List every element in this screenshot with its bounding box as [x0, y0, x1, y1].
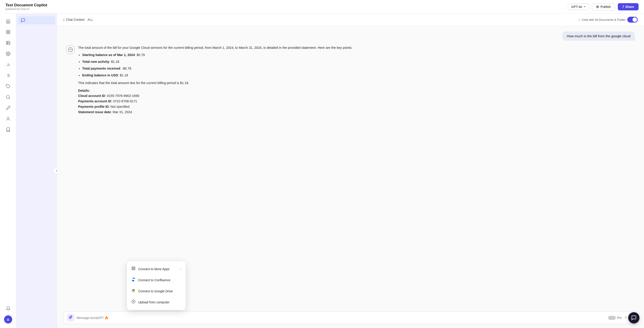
svg-point-8: [8, 53, 8, 55]
user-message: How much is the bill from the google clo…: [562, 32, 635, 41]
sidebar-tag-button[interactable]: [3, 81, 13, 91]
sidebar-search-button[interactable]: [3, 92, 13, 102]
svg-marker-32: [624, 315, 627, 319]
ai-detail-4: Statement issue date: Mar 31, 2024: [78, 110, 352, 115]
ai-bullet-4: Ending balance in USD: $1.18: [82, 73, 352, 78]
user-avatar[interactable]: A: [4, 315, 12, 323]
ai-bubble: The total amount of the bill for your Go…: [78, 45, 352, 115]
ai-conclusion-text: This indicates that the total amount due…: [78, 80, 352, 86]
connect-confluence-item[interactable]: Connect to Confluence: [127, 274, 186, 285]
pro-toggle-section: Pro: [608, 316, 622, 320]
svg-point-22: [68, 48, 72, 52]
chat-context-info-icon: ℹ: [63, 18, 64, 22]
sidebar-chart-button[interactable]: [3, 60, 13, 70]
publish-grid-icon: ⊞: [596, 5, 599, 9]
svg-point-21: [7, 117, 9, 119]
chat-toggle-switch[interactable]: [627, 17, 638, 23]
share-button[interactable]: ⤴ Share: [618, 3, 638, 11]
sidebar-bottom: A: [3, 303, 13, 325]
sidebar-bell-button[interactable]: [3, 303, 13, 313]
support-chat-button[interactable]: [628, 312, 640, 323]
gpt-dropdown-arrow-icon: ▼: [584, 6, 586, 8]
chat-context-label: Chat Context :: [66, 18, 86, 22]
sidebar-grid-button[interactable]: [3, 27, 13, 37]
connect-more-apps-item[interactable]: Connect to More Apps ›: [127, 263, 186, 274]
svg-line-20: [9, 98, 10, 99]
ai-bullet-1: Starting balance as of Mar 1, 2024: $0.7…: [82, 52, 352, 58]
upload-computer-icon: [132, 299, 136, 305]
sidebar-rocket-button[interactable]: [3, 103, 13, 113]
connect-more-apps-arrow-icon: ›: [180, 267, 181, 271]
chat-area: ℹ Chat Context : ALL ℹ Chat with All Doc…: [57, 14, 644, 328]
ai-detail-1: Cloud account ID: 0155-7976-8902-1690: [78, 93, 352, 99]
message-input[interactable]: [76, 316, 606, 320]
chat-toggle-label: Chat with All Documents & Folder: [582, 18, 626, 22]
chat-toggle-info-icon: ℹ: [579, 18, 580, 22]
topbar-actions: GPT-4o ▼ ⊞ Publish ⤴ Share: [568, 3, 638, 11]
svg-rect-2: [6, 33, 8, 34]
chat-input-box: Pro: [63, 311, 638, 324]
pro-label: Pro: [617, 316, 622, 319]
svg-rect-0: [6, 31, 8, 32]
ai-bullet-2: Total new activity: $1.18: [82, 59, 352, 65]
attach-icon[interactable]: [67, 314, 74, 321]
sidebar-list-button[interactable]: [3, 71, 13, 80]
topbar: Test Docuemnt Copilot powered by Azna AI…: [0, 0, 644, 14]
sidebar-book-button[interactable]: [3, 125, 13, 135]
chat-context-section: ℹ Chat Context : ALL: [63, 18, 93, 22]
svg-rect-4: [6, 41, 10, 45]
lightning-icon[interactable]: [624, 315, 628, 320]
connect-dropdown-menu: Connect to More Apps › Connect to Conflu…: [127, 261, 186, 310]
sidebar-table-button[interactable]: [3, 38, 13, 48]
ai-detail-3: Payments profile ID: Not specified: [78, 104, 352, 110]
ai-bullet-list: Starting balance as of Mar 1, 2024: $0.7…: [78, 52, 352, 78]
sidebar-home-button[interactable]: [3, 16, 13, 26]
sidebar-user-button[interactable]: [3, 114, 13, 124]
confluence-icon: [132, 277, 136, 283]
second-sidebar: [16, 14, 57, 328]
connect-google-drive-item[interactable]: Connect to Google Drive: [127, 285, 186, 296]
chat-toggle-row: ℹ Chat with All Documents & Folder: [579, 17, 638, 23]
upload-computer-item[interactable]: Upload from computer: [127, 296, 186, 308]
svg-rect-27: [132, 269, 133, 270]
connect-more-apps-icon: [132, 266, 136, 271]
svg-rect-25: [132, 267, 133, 268]
pro-toggle-switch[interactable]: [608, 316, 616, 320]
ai-intro-text: The total amount of the bill for your Go…: [78, 45, 352, 51]
chat-input-area: Pro: [57, 308, 644, 328]
svg-rect-26: [134, 267, 135, 268]
connect-more-apps-label: Connect to More Apps: [138, 267, 170, 271]
connect-google-drive-label: Connect to Google Drive: [138, 289, 173, 293]
publish-button[interactable]: ⊞ Publish: [592, 3, 615, 11]
svg-point-19: [6, 96, 9, 99]
sidebar-collapse-button[interactable]: [54, 168, 60, 174]
share-label: Share: [625, 5, 634, 9]
chat-context-value: ALL: [88, 18, 93, 22]
share-icon: ⤴: [622, 5, 624, 9]
ai-detail-2: Payments account ID: 0722-6708-9171: [78, 99, 352, 104]
sidebar-settings-button[interactable]: [3, 49, 13, 59]
svg-rect-28: [134, 269, 135, 270]
google-drive-icon: [132, 288, 136, 294]
app-title-section: Test Docuemnt Copilot powered by Azna AI: [6, 3, 47, 11]
svg-rect-1: [8, 31, 10, 32]
ai-details-header: Details:: [78, 88, 352, 94]
sidebar2-chat-item[interactable]: [18, 16, 55, 25]
ai-bullet-3: Total payments received: -$0.78: [82, 66, 352, 71]
app-subtitle: powered by Azna AI: [6, 8, 47, 11]
connect-confluence-label: Connect to Confluence: [138, 278, 170, 282]
app-title: Test Docuemnt Copilot: [6, 3, 47, 8]
gpt-selector-button[interactable]: GPT-4o ▼: [568, 4, 589, 10]
publish-label: Publish: [600, 5, 611, 9]
user-message-text: How much is the bill from the google clo…: [567, 34, 630, 38]
gpt-selector-label: GPT-4o: [571, 5, 582, 9]
upload-computer-label: Upload from computer: [138, 300, 170, 304]
icon-sidebar: A: [0, 14, 16, 328]
svg-rect-3: [8, 33, 10, 34]
ai-message: The total amount of the bill for your Go…: [66, 45, 352, 115]
ai-avatar: [66, 45, 75, 54]
main-layout: A ℹ Chat Context : ALL ℹ Chat with All D…: [0, 14, 644, 328]
chat-header: ℹ Chat Context : ALL ℹ Chat with All Doc…: [57, 14, 644, 26]
